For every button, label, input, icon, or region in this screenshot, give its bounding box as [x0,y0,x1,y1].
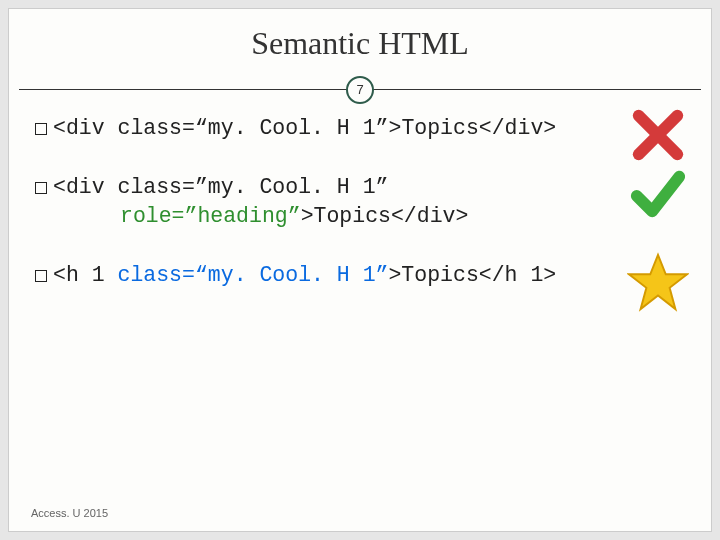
code-example-1: <div class=“my. Cool. H 1”>Topics</div> [35,114,693,143]
code-text: <div class=”my. Cool. H 1” [53,175,388,199]
code-text: >Topics</h 1> [388,263,556,287]
page-number-badge: 7 [346,76,374,104]
code-text: >Topics</div> [388,116,556,140]
code-highlight: class=“my. Cool. H 1” [118,263,389,287]
code-example-3: <h 1 class=“my. Cool. H 1”>Topics</h 1> [35,261,693,290]
slide-title: Semantic HTML [9,9,711,62]
slide: Semantic HTML 7 <div class=“my. Cool. H … [8,8,712,532]
bullet-icon [35,270,47,282]
slide-body: <div class=“my. Cool. H 1”>Topics</div> … [9,104,711,290]
code-text: <h 1 [53,263,118,287]
code-text: >Topics</div> [301,204,469,228]
title-rule: 7 [9,76,711,104]
code-indent: role=”heading”>Topics</div> [35,202,613,231]
svg-marker-2 [629,255,687,309]
code-example-2: <div class=”my. Cool. H 1” role=”heading… [35,173,693,231]
star-icon [627,251,689,313]
code-text: <div class= [53,116,195,140]
code-highlight: role=”heading” [120,204,301,228]
code-text: “my. Cool. H 1” [195,116,389,140]
check-icon [627,163,689,225]
footer-text: Access. U 2015 [31,507,108,519]
cross-icon [627,104,689,166]
bullet-icon [35,123,47,135]
bullet-icon [35,182,47,194]
